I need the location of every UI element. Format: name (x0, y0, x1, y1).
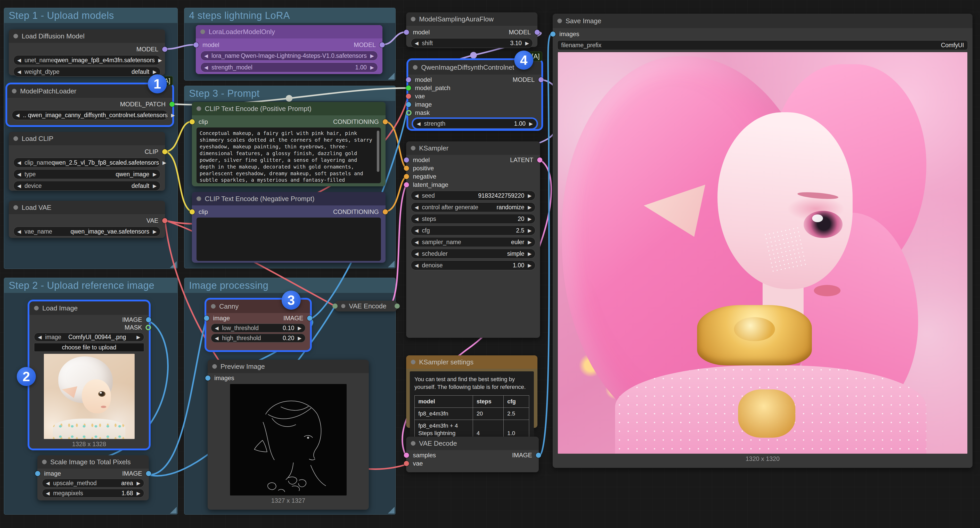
clip-input-port[interactable] (189, 119, 195, 124)
decrement-icon[interactable] (17, 183, 24, 189)
strength-model-widget[interactable]: strength_model1.00 (200, 62, 378, 72)
decrement-icon[interactable] (215, 325, 222, 331)
decrement-icon[interactable] (17, 171, 24, 177)
image-output-port[interactable] (307, 316, 312, 321)
increment-icon[interactable] (150, 171, 156, 177)
node-model-patch-loader[interactable]: ModelPatchLoader MODEL_PATCH .. qwen_ima… (7, 85, 172, 125)
increment-icon[interactable] (524, 216, 531, 222)
image-output-port[interactable] (536, 453, 541, 458)
scrollbar-thumb[interactable] (377, 131, 379, 172)
collapse-icon[interactable] (200, 29, 205, 34)
collapse-icon[interactable] (197, 196, 201, 201)
cfg-widget[interactable]: cfg2.5 (411, 225, 535, 235)
node-scale-image-to-total-pixels[interactable]: Scale Image to Total Pixels imageIMAGE u… (37, 455, 149, 500)
model-patch-input-port[interactable] (406, 85, 411, 91)
increment-icon[interactable] (133, 334, 140, 340)
increment-icon[interactable] (367, 53, 374, 59)
decrement-icon[interactable] (16, 112, 23, 118)
latent-image-input-port[interactable] (404, 182, 409, 187)
increment-icon[interactable] (522, 40, 529, 46)
decrement-icon[interactable] (415, 216, 422, 222)
node-preview-image[interactable]: Preview Image images (208, 360, 369, 510)
collapse-icon[interactable] (211, 304, 216, 309)
seed-widget[interactable]: seed91832422759220 (411, 191, 535, 201)
strength-widget[interactable]: strength1.00 (413, 119, 537, 129)
node-ksampler[interactable]: KSampler modelLATENT positive negative l… (406, 141, 540, 338)
collapse-icon[interactable] (13, 34, 18, 38)
node-vae-encode-collapsed[interactable]: VAE Encode (335, 301, 397, 311)
decrement-icon[interactable] (415, 193, 422, 199)
increment-icon[interactable] (524, 251, 531, 257)
increment-icon[interactable] (524, 239, 531, 245)
node-save-image[interactable]: Save Image images filename_prefixComfyUI (553, 14, 972, 468)
increment-icon[interactable] (133, 490, 140, 496)
lora-name-widget[interactable]: lora_nameQwen-Image-Lightning-4steps-V1.… (200, 51, 378, 61)
collapse-icon[interactable] (411, 17, 415, 21)
collapse-icon[interactable] (341, 304, 345, 308)
node-clip-text-encode-positive[interactable]: CLIP Text Encode (Positive Prompt) clipC… (192, 102, 385, 186)
model-output-port[interactable] (380, 42, 385, 48)
latent-output-port[interactable] (537, 158, 542, 163)
collapse-icon[interactable] (411, 441, 415, 446)
decrement-icon[interactable] (17, 160, 24, 166)
vae-output-port[interactable] (162, 218, 167, 223)
node-load-diffusion-model[interactable]: Load Diffusion Model MODEL unet_nameqwen… (9, 29, 165, 75)
model-output-port[interactable] (538, 77, 544, 82)
decrement-icon[interactable] (415, 239, 422, 245)
low-threshold-widget[interactable]: low_threshold0.10 (211, 324, 305, 332)
image-input-port[interactable] (35, 471, 40, 476)
collapse-icon[interactable] (34, 306, 39, 311)
decrement-icon[interactable] (46, 480, 53, 486)
decrement-icon[interactable] (415, 204, 422, 210)
collapse-icon[interactable] (13, 136, 18, 141)
increment-icon[interactable] (367, 64, 374, 70)
image-input-port[interactable] (204, 316, 209, 321)
mask-input-port[interactable] (406, 110, 412, 116)
increment-icon[interactable] (168, 112, 175, 118)
increment-icon[interactable] (150, 229, 156, 234)
steps-widget[interactable]: steps20 (411, 214, 535, 224)
unet-name-widget[interactable]: unet_nameqwen_image_fp8_e4m3fn.safetenso… (13, 55, 161, 65)
increment-icon[interactable] (133, 480, 140, 486)
vae-input-port[interactable] (404, 461, 409, 466)
vae-input-port[interactable] (406, 94, 411, 99)
image-input-port[interactable] (406, 102, 411, 107)
model-output-port[interactable] (162, 47, 167, 52)
increment-icon[interactable] (294, 335, 301, 341)
negative-input-port[interactable] (404, 174, 409, 179)
clip-name-widget[interactable]: clip_nameqwen_2.5_vl_7b_fp8_scaled.safet… (13, 158, 161, 167)
node-ksampler-settings-note[interactable]: KSampler settings You can test and find … (406, 355, 538, 428)
decrement-icon[interactable] (38, 334, 45, 340)
increment-icon[interactable] (524, 193, 531, 199)
node-load-vae[interactable]: Load VAE VAE vae_nameqwen_image_vae.safe… (9, 201, 165, 238)
node-lora-loader-model-only[interactable]: LoraLoaderModelOnly modelMODEL lora_name… (196, 25, 382, 74)
decrement-icon[interactable] (415, 40, 422, 46)
model-input-port[interactable] (404, 158, 409, 163)
conditioning-output-port[interactable] (383, 119, 388, 124)
collapse-icon[interactable] (411, 360, 415, 364)
increment-icon[interactable] (524, 204, 531, 210)
decrement-icon[interactable] (415, 228, 422, 234)
scheduler-widget[interactable]: schedulersimple (411, 249, 535, 258)
clip-type-widget[interactable]: typeqwen_image (13, 169, 161, 179)
collapse-icon[interactable] (13, 205, 18, 210)
model-input-port[interactable] (406, 77, 411, 82)
decrement-icon[interactable] (215, 335, 222, 341)
decrement-icon[interactable] (17, 57, 24, 63)
node-clip-text-encode-negative[interactable]: CLIP Text Encode (Negative Prompt) clipC… (192, 192, 385, 263)
model-input-port[interactable] (193, 42, 199, 48)
model-patch-output-port[interactable] (169, 102, 175, 107)
collapse-icon[interactable] (12, 89, 16, 93)
image-output-port[interactable] (146, 471, 151, 476)
decrement-icon[interactable] (204, 53, 212, 59)
decrement-icon[interactable] (46, 490, 53, 496)
model-input-port[interactable] (404, 30, 409, 35)
increment-icon[interactable] (150, 69, 156, 75)
images-input-port[interactable] (205, 375, 210, 381)
decrement-icon[interactable] (417, 121, 424, 127)
decrement-icon[interactable] (415, 262, 422, 268)
collapse-icon[interactable] (42, 459, 47, 464)
control-after-generate-widget[interactable]: control after generaterandomize (411, 202, 535, 212)
collapse-icon[interactable] (557, 19, 562, 23)
conditioning-output-port[interactable] (383, 209, 388, 214)
